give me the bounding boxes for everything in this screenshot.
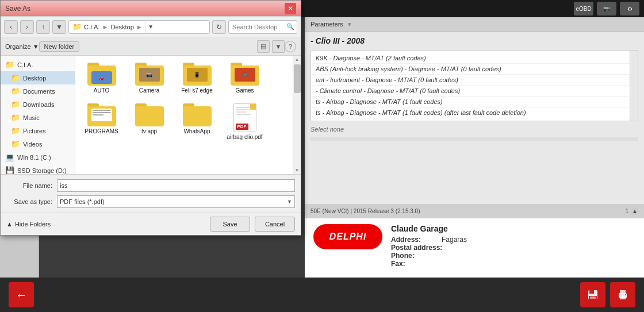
address-value: Fagaras <box>442 236 467 244</box>
list-item-5[interactable]: ts - Airbag - Diagnose - MT/AT (1 fault … <box>311 107 638 118</box>
sidebar-desktop-label: Desktop <box>23 75 46 82</box>
list-item-4[interactable]: ts - Airbag - Diagnose - MT/AT (1 fault … <box>311 97 638 107</box>
sidebar-documents-label: Documents <box>23 88 55 95</box>
svg-rect-1 <box>589 290 594 294</box>
downloads-folder-icon: 📁 <box>11 100 20 109</box>
recent-nav-button[interactable]: ▼ <box>52 20 66 34</box>
eobd-button[interactable]: eOBD <box>574 2 593 16</box>
phone-label: Phone: <box>391 252 437 260</box>
file-auto[interactable]: 🚗 AUTO <box>80 60 123 97</box>
sidebar-item-ssd[interactable]: 💾 SSD Storage (D:) <box>1 164 75 174</box>
progress-bar <box>310 137 638 141</box>
refresh-button[interactable]: ↻ <box>212 20 226 34</box>
file-games[interactable]: 🎮 Games <box>223 60 266 97</box>
save-as-dialog: Save As ✕ ‹ › ↑ ▼ 📁 C.I.A. ► Desktop ► ▼… <box>0 0 301 236</box>
dialog-title: Save As <box>5 5 30 13</box>
file-area-wrapper: 🚗 AUTO 📷 <box>75 56 301 174</box>
sidebar-cia-label: C.I.A. <box>17 61 33 68</box>
camera-label: Camera <box>139 87 160 94</box>
breadcrumb-root: C.I.A. <box>84 24 100 30</box>
scroll-up-arrow[interactable]: ▲ <box>294 56 301 63</box>
file-grid: 🚗 AUTO 📷 <box>75 56 293 174</box>
back-nav-button[interactable]: ‹ <box>4 20 18 34</box>
print-button[interactable] <box>610 282 635 307</box>
settings-button[interactable]: ⚙ <box>620 2 639 16</box>
hide-folders-label: Hide Folders <box>15 221 51 228</box>
cancel-dialog-button[interactable]: Cancel <box>255 217 295 232</box>
select-none-link[interactable]: Select none <box>305 124 644 135</box>
sidebar-item-documents[interactable]: 📁 Documents <box>1 84 75 98</box>
list-item-2[interactable]: ent - Instrument - Diagnose - MT/AT (0 f… <box>311 75 638 86</box>
breadcrumb[interactable]: 📁 C.I.A. ► Desktop ► ▼ <box>68 20 210 34</box>
whatsapp-folder-icon <box>183 103 212 126</box>
search-box: 🔍 <box>228 20 297 34</box>
list-item-3[interactable]: - Climate control - Diagnose - MT/AT (0 … <box>311 86 638 97</box>
view-toggle-button[interactable]: ▤ <box>257 40 270 53</box>
list-item-1[interactable]: ABS (Anti-lock braking system) - Diagnos… <box>311 64 638 75</box>
save-button[interactable] <box>580 282 605 307</box>
sidebar-item-win81[interactable]: 💻 Win 8.1 (C:) <box>1 151 75 164</box>
help-button[interactable]: ? <box>285 41 296 52</box>
save-dialog-button[interactable]: Save <box>210 217 250 232</box>
hide-folders-button[interactable]: ▲ Hide Folders <box>6 221 51 228</box>
print-icon <box>616 288 629 301</box>
file-airbag-pdf[interactable]: PDF airbag clio.pdf <box>223 101 266 143</box>
breadcrumb-sep2: ► <box>136 24 143 30</box>
sidebar-pictures-label: Pictures <box>23 128 46 134</box>
up-nav-button[interactable]: ↑ <box>36 20 50 34</box>
list-item-0[interactable]: K9K - Diagnose - MT/AT (2 fault codes) <box>311 53 638 64</box>
car-title: - Clio III - 2008 <box>305 32 644 48</box>
garage-name: Claude Garage <box>391 224 467 233</box>
list-scrollbar[interactable] <box>630 51 638 121</box>
sidebar-item-music[interactable]: 📁 Music <box>1 111 75 124</box>
sidebar-videos-label: Videos <box>23 141 42 148</box>
tvapp-label: tv app <box>141 128 157 135</box>
scroll-thumb[interactable] <box>294 64 301 93</box>
status-scrollbar[interactable]: ▲ <box>631 208 638 215</box>
feli-label: Feli s7 edge <box>181 87 212 94</box>
fax-row: Fax: <box>391 260 467 268</box>
file-tvapp[interactable]: tv app <box>128 101 171 143</box>
organize-button[interactable]: Organize ▼ <box>5 43 39 50</box>
file-whatsapp[interactable]: WhatsApp <box>175 101 218 143</box>
sidebar-item-pictures[interactable]: 📁 Pictures <box>1 124 75 137</box>
sidebar-item-cia[interactable]: 📁 C.I.A. <box>1 58 75 71</box>
saveas-select[interactable]: PDF files (*.pdf) ▼ <box>57 195 295 208</box>
win81-drive-icon: 💻 <box>5 153 14 161</box>
search-icon: 🔍 <box>286 23 294 30</box>
file-programs[interactable]: PROGRAMS <box>80 101 123 143</box>
status-bar: 50E (New VCI) | 2015 Release 3 (2.15.3.0… <box>305 204 644 218</box>
sidebar-item-videos[interactable]: 📁 Videos <box>1 137 75 151</box>
camera-button[interactable]: 📷 <box>597 2 616 16</box>
desktop-folder-icon: 📁 <box>11 74 20 82</box>
filename-input[interactable] <box>57 179 295 192</box>
garage-panel: DELPHI Claude Garage Address: Fagaras Po… <box>305 218 644 278</box>
sidebar-item-desktop[interactable]: 📁 Desktop <box>1 71 75 84</box>
svg-rect-7 <box>625 294 626 295</box>
view-down-button[interactable]: ▼ <box>272 40 285 53</box>
sidebar-win81-label: Win 8.1 (C:) <box>17 154 51 161</box>
programs-folder-icon <box>87 103 116 126</box>
ssd-drive-icon: 💾 <box>5 166 14 174</box>
close-button[interactable]: ✕ <box>285 3 296 14</box>
pictures-folder-icon: 📁 <box>11 126 20 135</box>
address-row: Address: Fagaras <box>391 236 467 244</box>
file-feli[interactable]: 📱 Feli s7 edge <box>175 60 218 97</box>
scroll-down-arrow[interactable]: ▼ <box>294 167 301 174</box>
saveas-value: PDF files (*.pdf) <box>60 198 105 205</box>
svg-rect-3 <box>590 296 596 299</box>
panel-collapse[interactable]: ▼ <box>347 21 352 28</box>
back-button[interactable]: ← <box>9 282 34 307</box>
sidebar-item-downloads[interactable]: 📁 Downloads <box>1 98 75 111</box>
file-camera[interactable]: 📷 Camera <box>128 60 171 97</box>
sidebar-music-label: Music <box>23 114 40 121</box>
forward-nav-button[interactable]: › <box>20 20 34 34</box>
games-label: Games <box>235 87 254 94</box>
delphi-logo: DELPHI <box>313 224 382 249</box>
breadcrumb-dropdown[interactable]: ▼ <box>145 20 156 34</box>
search-input[interactable] <box>232 24 278 30</box>
phone-row: Phone: <box>391 252 467 260</box>
postal-row: Postal address: <box>391 244 467 252</box>
file-grid-scrollbar[interactable]: ▲ ▼ <box>293 56 301 174</box>
new-folder-button[interactable]: New folder <box>39 41 80 52</box>
